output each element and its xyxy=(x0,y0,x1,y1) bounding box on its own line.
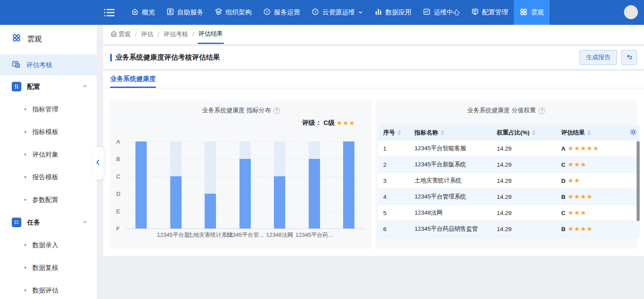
cell-weight: 14.29 xyxy=(492,226,556,232)
header-no[interactable]: 序号 xyxy=(378,129,409,137)
header-name[interactable]: 指标名称 xyxy=(409,129,492,137)
cell-result: C★★★ xyxy=(556,161,621,168)
sidebar-item-data-assessment[interactable]: 数据评估 xyxy=(0,279,97,299)
sidebar-item-data-entry[interactable]: 数据录入 xyxy=(0,234,97,256)
chart-bar[interactable]: 12345平台管... xyxy=(239,141,251,228)
home-icon xyxy=(131,8,139,17)
grade-stars: ★★★ xyxy=(568,161,587,168)
x-axis-label: 12345平台管... xyxy=(226,231,264,239)
nav-item-cloud-ops[interactable]: 云资源运维 xyxy=(306,0,369,25)
sidebar-item-assessment-object[interactable]: 评估对象 xyxy=(0,143,97,166)
chart-bar[interactable]: 土地灾害统计系统 xyxy=(205,141,216,228)
nav-item-overview[interactable]: 概览 xyxy=(125,0,161,25)
nav-item-self-service[interactable]: 自助服务 xyxy=(161,0,209,25)
chart-bar[interactable] xyxy=(135,141,147,228)
table-scrollbar[interactable] xyxy=(637,141,640,221)
cell-result: B★★★★ xyxy=(556,225,621,233)
table-row[interactable]: 2 12345平台新版系统 14.29 C★★★ xyxy=(378,157,640,173)
cell-result: B★★★★ xyxy=(556,193,621,201)
cell-name: 12348法网 xyxy=(409,209,492,217)
header-weight[interactable]: 权重占比(%) xyxy=(492,129,556,137)
page-title: 业务系统健康度评估考核评估结果 xyxy=(115,53,220,62)
nav-item-data-apps[interactable]: 数据应用 xyxy=(369,0,417,25)
nav-item-service-ops[interactable]: 服务运营 xyxy=(257,0,306,25)
nav-item-org-structure[interactable]: 组织架构 xyxy=(209,0,257,25)
sort-icon[interactable] xyxy=(587,130,591,135)
nav-item-ops-center[interactable]: 运维中心 xyxy=(417,0,465,25)
sidebar: 雲观 评估考核 配置 指标管理 指标模板 评估对象 报告模板 参数配置 任务 数… xyxy=(0,25,97,299)
generate-report-button[interactable]: 生成报告 xyxy=(580,50,617,65)
table-header: 序号 指标名称 权重占比(%) 评估结果 xyxy=(378,125,640,141)
avatar[interactable] xyxy=(624,5,638,19)
sidebar-group-config[interactable]: 配置 xyxy=(0,75,97,98)
grade-letter: A xyxy=(561,145,566,152)
grade-stars: ★★★★★ xyxy=(568,144,599,152)
sidebar-collapse-handle[interactable] xyxy=(92,147,104,180)
sidebar-item-report-template[interactable]: 报告模板 xyxy=(0,166,97,188)
sidebar-group-tasks[interactable]: 任务 xyxy=(0,211,97,234)
grade-letter: C xyxy=(561,161,566,168)
main-content: 业务系统健康度 业务系统健康度 指标分布 ? 评级： C级 ★★★ A B C … xyxy=(103,71,644,256)
help-icon[interactable]: ? xyxy=(273,108,280,114)
menu-toggle-icon[interactable] xyxy=(104,8,116,17)
header-result[interactable]: 评估结果 xyxy=(556,129,621,137)
x-axis-label: 12348法网 xyxy=(266,231,293,239)
cell-no: 1 xyxy=(378,145,409,152)
chart-bar[interactable] xyxy=(343,141,354,228)
bullet-dot xyxy=(24,199,26,201)
bar-chart-plot: 12345平台新... 土地灾害统计系统 12345平台管... 12348法网… xyxy=(126,141,364,228)
tab-bar: 业务系统健康度 xyxy=(103,71,644,88)
sidebar-item-assessment[interactable]: 评估考核 xyxy=(0,54,97,75)
cell-name: 12345平台管理系统 xyxy=(409,193,492,201)
cell-result: D★★ xyxy=(556,177,621,185)
chart-bar[interactable]: 12348法网 xyxy=(274,141,285,228)
table-row[interactable]: 1 12345平台智能客服 14.29 A★★★★★ xyxy=(378,141,640,157)
bar-chart-icon xyxy=(374,8,382,17)
chart-bar[interactable]: 12345平台药... xyxy=(309,141,320,228)
nav-item-config-mgmt[interactable]: 配置管理 xyxy=(465,0,514,25)
sidebar-item-indicator-template[interactable]: 指标模板 xyxy=(0,121,97,143)
chevron-up-icon xyxy=(82,83,88,91)
cell-no: 4 xyxy=(378,194,409,200)
grade-letter: D xyxy=(561,178,566,184)
chevron-down-icon xyxy=(358,9,363,16)
help-icon[interactable]: ? xyxy=(539,108,545,114)
grade-stars: ★★★ xyxy=(568,209,587,216)
config-mgmt-icon xyxy=(471,8,479,17)
sort-icon[interactable] xyxy=(532,130,536,135)
breadcrumb-item[interactable]: 评估考核 xyxy=(163,25,189,44)
table-row[interactable]: 3 土地灾害统计系统 14.29 D★★ xyxy=(378,173,640,189)
grade-letter: B xyxy=(561,226,566,232)
sidebar-item-data-review[interactable]: 数据复核 xyxy=(0,256,97,279)
breadcrumb-separator: / xyxy=(154,25,163,44)
bullet-dot xyxy=(24,108,26,110)
bullet-dot xyxy=(24,176,26,178)
cell-weight: 14.29 xyxy=(492,194,556,200)
sort-icon[interactable] xyxy=(398,130,401,135)
cell-name: 12345平台智能客服 xyxy=(409,144,492,152)
sort-icon[interactable] xyxy=(441,130,444,135)
gear-icon xyxy=(630,128,637,137)
breadcrumb-item-current: 评估结果 xyxy=(198,25,224,44)
breadcrumb-separator: / xyxy=(189,25,198,44)
cell-no: 6 xyxy=(378,226,409,232)
service-ops-icon xyxy=(263,8,271,17)
page-header: 业务系统健康度评估考核评估结果 生成报告 xyxy=(103,46,644,69)
table-row[interactable]: 4 12345平台管理系统 14.29 B★★★★ xyxy=(378,189,640,205)
score-weight-panel: 业务系统健康度 分值权重 ? 序号 指标名称 权重占比(%) 评估结果 1 12… xyxy=(375,101,637,249)
breadcrumb-item[interactable]: 雲观 xyxy=(118,25,131,44)
x-axis-line xyxy=(126,228,364,229)
breadcrumb-item[interactable]: 评估 xyxy=(140,25,154,44)
sidebar-item-indicator-mgmt[interactable]: 指标管理 xyxy=(0,98,97,121)
cell-no: 5 xyxy=(378,210,409,216)
chart-bar[interactable]: 12345平台新... xyxy=(170,141,182,228)
table-row[interactable]: 5 12348法网 14.29 C★★★ xyxy=(378,205,640,221)
table-row[interactable]: 6 12345平台药品销售监管 14.29 B★★★★ xyxy=(378,221,640,237)
tab-business-system-health[interactable]: 业务系统健康度 xyxy=(110,71,156,88)
task-icon xyxy=(12,218,21,227)
table-title: 业务系统健康度 分值权重 ? xyxy=(375,107,637,114)
column-settings-button[interactable] xyxy=(621,128,640,137)
nav-item-yunguan[interactable]: 雲观 xyxy=(514,0,550,25)
back-button[interactable] xyxy=(621,50,637,65)
sidebar-item-parameter-config[interactable]: 参数配置 xyxy=(0,188,97,211)
